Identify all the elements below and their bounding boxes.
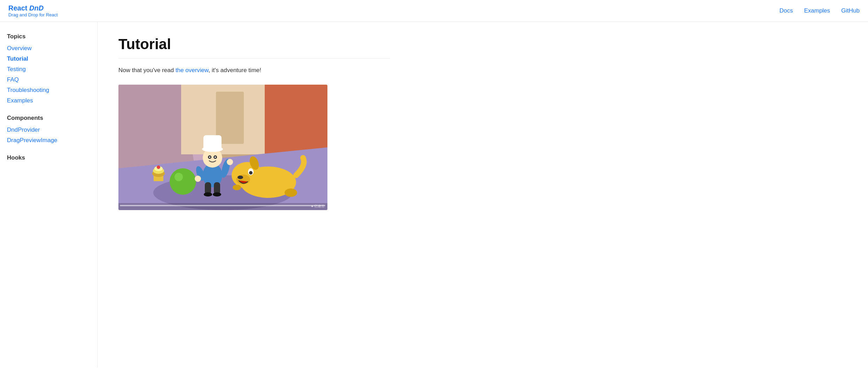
overview-link[interactable]: the overview — [176, 67, 209, 74]
sidebar-section-hooks: Hooks — [7, 154, 90, 161]
sidebar-item-tutorial[interactable]: Tutorial — [7, 55, 90, 63]
list-item: Examples — [7, 97, 90, 105]
sidebar-item-dndprovider[interactable]: DndProvider — [7, 126, 90, 134]
site-title: React DnD — [8, 4, 58, 12]
list-item: Troubleshooting — [7, 86, 90, 94]
svg-point-33 — [238, 176, 243, 179]
intro-paragraph: Now that you've read the overview, it's … — [118, 65, 390, 75]
list-item: Testing — [7, 65, 90, 74]
header: React DnD Drag and Drop for React Docs E… — [0, 0, 868, 22]
svg-point-38 — [233, 185, 241, 190]
site-title-dnd: DnD — [29, 4, 44, 12]
svg-point-28 — [209, 156, 210, 158]
svg-point-12 — [170, 168, 196, 195]
sidebar-item-dragpreviewimage[interactable]: DragPreviewImage — [7, 136, 90, 145]
svg-point-35 — [249, 171, 253, 175]
svg-point-37 — [285, 188, 297, 197]
svg-rect-25 — [203, 135, 222, 151]
sidebar-section-topics: Topics — [7, 33, 90, 40]
list-item: Overview — [7, 44, 90, 53]
page-title: Tutorial — [118, 36, 390, 59]
svg-point-18 — [213, 192, 221, 196]
layout: Topics Overview Tutorial Testing FAQ Tro… — [0, 22, 868, 368]
intro-text-before: Now that you've read — [118, 67, 176, 74]
sidebar-item-testing[interactable]: Testing — [7, 65, 90, 74]
intro-text-after: , it's adventure time! — [208, 67, 261, 74]
svg-point-13 — [175, 173, 183, 181]
list-item: Tutorial — [7, 55, 90, 63]
list-item: FAQ — [7, 76, 90, 84]
svg-point-29 — [215, 156, 216, 158]
main-content: Tutorial Now that you've read the overvi… — [98, 22, 411, 368]
sidebar-item-examples[interactable]: Examples — [7, 97, 90, 105]
site-subtitle: Drag and Drop for React — [8, 12, 58, 17]
nav-examples[interactable]: Examples — [804, 7, 830, 14]
sidebar-item-troubleshooting[interactable]: Troubleshooting — [7, 86, 90, 94]
sidebar-item-overview[interactable]: Overview — [7, 44, 90, 53]
header-nav: Docs Examples GitHub — [780, 7, 860, 14]
sidebar-nav-topics: Overview Tutorial Testing FAQ Troublesho… — [7, 44, 90, 105]
sidebar-item-faq[interactable]: FAQ — [7, 76, 90, 84]
adventure-time-image: ● 亿速云 — [118, 85, 327, 210]
svg-rect-41 — [120, 205, 325, 206]
adventure-time-svg — [118, 85, 327, 210]
nav-github[interactable]: GitHub — [841, 7, 860, 14]
svg-rect-2 — [265, 85, 327, 158]
list-item: DragPreviewImage — [7, 136, 90, 145]
svg-point-21 — [195, 176, 201, 182]
svg-point-22 — [227, 159, 233, 165]
svg-point-17 — [204, 192, 212, 196]
list-item: DndProvider — [7, 126, 90, 134]
sidebar: Topics Overview Tutorial Testing FAQ Tro… — [0, 22, 98, 368]
brand: React DnD Drag and Drop for React — [8, 4, 58, 17]
sidebar-nav-components: DndProvider DragPreviewImage — [7, 126, 90, 145]
watermark: ● 亿速云 — [311, 204, 325, 209]
sidebar-section-components: Components — [7, 115, 90, 122]
nav-docs[interactable]: Docs — [780, 7, 793, 14]
svg-rect-39 — [118, 203, 327, 210]
svg-point-11 — [157, 165, 160, 169]
